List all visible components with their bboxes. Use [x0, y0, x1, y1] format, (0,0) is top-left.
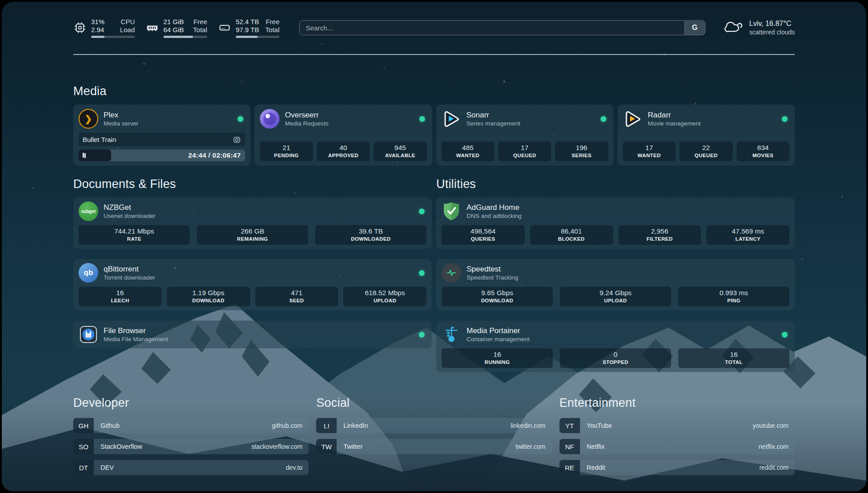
stat-value: 1.19 Gbps — [168, 288, 249, 297]
service-card-overseerr[interactable]: Overseerr Media Requests 21PENDING 40APP… — [255, 104, 432, 166]
plex-playback-time: 24:44 / 02:06:47 — [188, 151, 245, 159]
service-card-portainer[interactable]: Media Portainer Container management 16R… — [436, 321, 795, 372]
weather-condition: scattered clouds — [749, 28, 795, 36]
search-bar: G — [299, 20, 705, 35]
bookmark-name: YouTube — [580, 418, 612, 433]
stat-label: QUERIES — [442, 236, 524, 242]
stat-block: 21PENDING — [260, 142, 313, 161]
bookmarks-grid: Developer GH Github github.com SO StackO… — [73, 396, 795, 475]
bookmark-rows: YT YouTube youtube.com NF Netflix netfli… — [559, 418, 795, 475]
service-card-filebrowser[interactable]: File Browser Media File Management — [73, 321, 432, 348]
service-card-radarr[interactable]: Radarr Movie management 17WANTED 22QUEUE… — [618, 104, 795, 166]
stat-label: FILTERED — [619, 236, 701, 242]
search-provider-button[interactable]: G — [684, 21, 705, 35]
disk-icon — [218, 21, 231, 34]
bookmark-group-entertainment: Entertainment YT YouTube youtube.com NF … — [559, 396, 795, 475]
service-card-speedtest[interactable]: Speedtest Speedtest Tracking 9.65 GbpsDO… — [436, 259, 795, 310]
status-badge — [419, 209, 425, 214]
filebrowser-icon — [79, 325, 98, 344]
bookmark-name: DEV — [94, 460, 114, 475]
cpu-percent: 31% — [91, 18, 104, 26]
disk-widget: 52.4 TBFree 97.9 TBTotal — [218, 18, 280, 38]
cloud-icon — [724, 19, 744, 36]
app-text: NZBGet Usenet downloader — [104, 203, 155, 220]
bookmark-name: LinkedIn — [337, 418, 368, 433]
plex-progress-bar: 24:44 / 02:06:47 — [79, 150, 245, 161]
stats-row: 21PENDING 40APPROVED 945AVAILABLE — [260, 138, 426, 161]
plex-progress-fill — [79, 150, 111, 161]
bookmark-url: youtube.com — [753, 418, 795, 433]
dashboard-window: 31%CPU 2.94Load — [2, 2, 866, 491]
service-card-plex[interactable]: ❯ Plex Media server Bullet Train — [73, 104, 250, 166]
stat-value: 40 — [318, 143, 369, 152]
stat-label: PING — [679, 297, 789, 304]
stats-row: 16LEECH 1.19 GbpsDOWNLOAD 471SEED 618.52… — [79, 283, 426, 306]
cpu-progress-fill — [91, 36, 104, 38]
stat-block: 498,564QUERIES — [442, 225, 525, 245]
bookmark-linkedin[interactable]: LI LinkedIn linkedin.com — [316, 418, 551, 433]
now-playing-title: Bullet Train — [83, 136, 116, 143]
app-text: Media Portainer Container management — [467, 326, 530, 343]
app-name: Sonarr — [467, 110, 521, 120]
bookmark-github[interactable]: GH Github github.com — [73, 418, 309, 433]
stat-value: 16 — [679, 350, 789, 359]
status-badge — [782, 116, 788, 122]
stat-block: 9.24 GbpsUPLOAD — [560, 287, 671, 306]
screen: 31%CPU 2.94Load — [0, 0, 868, 493]
bookmark-netflix[interactable]: NF Netflix netflix.com — [559, 439, 795, 454]
status-badge — [419, 270, 425, 276]
utilities-column: Utilities — [436, 177, 795, 372]
bookmark-url: github.com — [272, 418, 309, 433]
card-header: Radarr Movie management — [623, 109, 789, 129]
stat-label: UPLOAD — [561, 297, 670, 304]
resource-widgets: 31%CPU 2.94Load — [73, 18, 280, 38]
memory-progress-track — [163, 36, 207, 38]
app-name: Radarr — [648, 110, 701, 120]
app-name: Speedtest — [467, 264, 518, 274]
bookmark-url: dev.to — [286, 460, 309, 475]
bookmark-dev[interactable]: DT DEV dev.to — [73, 460, 309, 475]
bookmark-url: netflix.com — [759, 439, 795, 454]
bookmark-name: Netflix — [580, 439, 605, 454]
stat-value: 945 — [375, 143, 426, 152]
bookmark-stackoverflow[interactable]: SO StackOverflow stackoverflow.com — [73, 439, 309, 454]
service-card-sonarr[interactable]: Sonarr Series management 485WANTED 17QUE… — [436, 104, 613, 166]
stat-label: BLOCKED — [531, 236, 612, 242]
card-header: AdGuard Home DNS and adblocking — [442, 201, 789, 221]
stat-label: DOWNLOAD — [168, 297, 249, 304]
overseerr-icon — [260, 109, 280, 129]
header-divider — [73, 54, 795, 55]
stat-value: 47.569 ms — [707, 227, 789, 236]
bookmark-url: twitter.com — [516, 439, 552, 454]
service-card-qbittorrent[interactable]: qb qBittorrent Torrent downloader 16LEEC… — [73, 259, 432, 310]
app-description: Container management — [467, 335, 530, 343]
stat-value: 498,564 — [442, 227, 524, 236]
status-badge — [419, 332, 425, 338]
stat-block: 16TOTAL — [678, 348, 789, 368]
memory-total-value: 64 GiB — [163, 26, 184, 34]
stats-row: 498,564QUERIES 86,401BLOCKED 2,956FILTER… — [442, 221, 789, 245]
stat-value: 16 — [79, 288, 161, 297]
service-card-adguard[interactable]: AdGuard Home DNS and adblocking 498,564Q… — [436, 197, 795, 249]
stats-row: 744.21 MbpsRATE 266 GBREMAINING 39.6 TBD… — [79, 221, 426, 245]
bookmark-youtube[interactable]: YT YouTube youtube.com — [559, 418, 795, 433]
bookmark-abbr: GH — [73, 418, 94, 433]
bookmark-rows: LI LinkedIn linkedin.com TW Twitter twit… — [316, 418, 551, 454]
stat-label: SEED — [256, 297, 338, 304]
app-name: NZBGet — [104, 203, 155, 212]
bookmark-url: stackoverflow.com — [251, 439, 309, 454]
bookmark-twitter[interactable]: TW Twitter twitter.com — [316, 439, 551, 454]
stat-label: QUEUED — [499, 152, 550, 159]
app-name: qBittorrent — [104, 264, 155, 274]
plex-chevron-glyph: ❯ — [85, 113, 92, 124]
stat-label: LATENCY — [707, 236, 789, 242]
stat-label: WANTED — [442, 152, 493, 159]
memory-widget: 21 GiBFree 64 GiBTotal — [146, 18, 207, 38]
status-badge — [601, 116, 606, 122]
bookmark-reddit[interactable]: RE Reddit reddit.com — [559, 460, 795, 475]
cpu-progress-track — [91, 36, 135, 38]
search-input[interactable] — [299, 20, 705, 35]
weather-location-temp: Lviv, 16.87°C — [749, 19, 795, 28]
service-card-nzbget[interactable]: nzbget NZBGet Usenet downloader 744.21 M… — [73, 197, 432, 249]
app-text: Radarr Movie management — [648, 110, 701, 127]
